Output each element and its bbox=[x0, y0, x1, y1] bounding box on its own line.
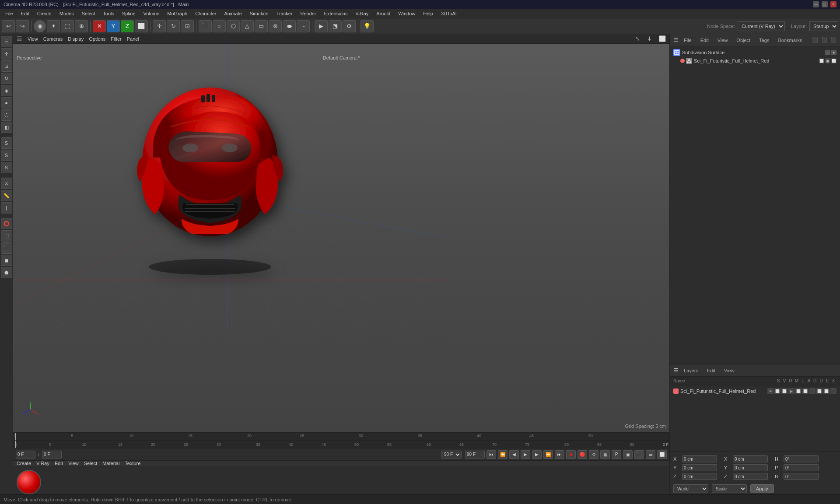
obj-icon-1[interactable]: ⬛ bbox=[812, 37, 818, 43]
menu-tracker[interactable]: Tracker bbox=[273, 10, 296, 17]
menu-3dtoall[interactable]: 3DToAll bbox=[438, 10, 461, 17]
left-btn-e[interactable]: ⬟ bbox=[1, 267, 12, 278]
tc-motion[interactable]: ▦ bbox=[600, 450, 610, 459]
tc-prev-frame[interactable]: ⏪ bbox=[498, 450, 508, 459]
obj-item-subdiv[interactable]: Subdivision Surface ✓ ● bbox=[672, 48, 838, 57]
frame-start-input[interactable] bbox=[42, 451, 62, 458]
obj-cone[interactable]: △ bbox=[241, 20, 254, 32]
tool-rotate[interactable]: ↻ bbox=[167, 20, 180, 32]
menu-render[interactable]: Render bbox=[297, 10, 320, 17]
layer-icon-g[interactable]: ⬛ bbox=[809, 388, 816, 394]
viewport-menu-options[interactable]: Options bbox=[89, 36, 105, 42]
layer-icon-l[interactable]: ⬜ bbox=[795, 388, 802, 394]
timeline-area[interactable]: 0 5 10 15 20 25 30 35 40 45 50 bbox=[13, 432, 669, 440]
mode-texture[interactable]: ⬚ bbox=[61, 20, 74, 32]
tc-key-all[interactable]: ⚙ bbox=[589, 450, 598, 459]
obj-tab-tags[interactable]: Tags bbox=[756, 37, 773, 44]
tc-pos[interactable]: P bbox=[612, 450, 621, 459]
tc-motion2[interactable]: ▣ bbox=[623, 450, 633, 459]
mat-menu-create[interactable]: Create bbox=[17, 461, 31, 466]
left-btn-sculpt[interactable]: S bbox=[1, 150, 12, 161]
rot-x-input[interactable] bbox=[733, 455, 768, 462]
menu-edit[interactable]: Edit bbox=[18, 10, 33, 17]
obj-hamburger[interactable]: ☰ bbox=[673, 37, 679, 43]
obj-cube[interactable]: ⬛ bbox=[199, 20, 212, 32]
menu-volume[interactable]: Volume bbox=[140, 10, 163, 17]
menu-mograph[interactable]: MoGraph bbox=[164, 10, 191, 17]
tc-first-frame[interactable]: ⏮ bbox=[486, 450, 496, 459]
left-btn-s3[interactable]: S bbox=[1, 162, 12, 173]
obj-badge-h3[interactable]: ⬜ bbox=[831, 58, 836, 63]
left-btn-select[interactable]: ☰ bbox=[1, 36, 12, 47]
obj-badge-h2[interactable]: ▣ bbox=[825, 58, 830, 63]
left-btn-rotate[interactable]: ↻ bbox=[1, 73, 12, 84]
maximize-btn[interactable]: □ bbox=[822, 1, 828, 7]
light-btn[interactable]: 💡 bbox=[360, 20, 374, 32]
scale-p-input[interactable] bbox=[784, 464, 819, 471]
scale-mode-select[interactable]: Scale bbox=[712, 484, 747, 493]
left-btn-brush[interactable]: S bbox=[1, 137, 12, 149]
obj-badge-h1[interactable]: ⬜ bbox=[819, 58, 824, 63]
apply-button[interactable]: Apply bbox=[750, 484, 774, 493]
layer-icon-r[interactable]: ⬜ bbox=[781, 388, 788, 394]
menu-arnold[interactable]: Arnold bbox=[373, 10, 394, 17]
layer-icon-e[interactable]: ⬜ bbox=[823, 388, 830, 394]
obj-icon-2[interactable]: ⬛ bbox=[821, 37, 827, 43]
obj-cylinder[interactable]: ⬡ bbox=[227, 20, 240, 32]
obj-badge-check[interactable]: ✓ bbox=[825, 50, 830, 55]
menu-tools[interactable]: Tools bbox=[99, 10, 118, 17]
mode-model[interactable]: ◉ bbox=[34, 20, 46, 32]
layer-icon-x[interactable]: ⬛ bbox=[830, 388, 836, 394]
pos-x-input[interactable] bbox=[682, 455, 717, 462]
rot-y-input[interactable] bbox=[733, 464, 768, 471]
obj-capsule[interactable]: ⬬ bbox=[283, 20, 296, 32]
viewport-icon-2[interactable]: ⬇ bbox=[647, 35, 652, 42]
mat-menu-texture[interactable]: Texture bbox=[125, 461, 140, 466]
render-btn[interactable]: ▶ bbox=[315, 20, 328, 32]
rot-z-input[interactable] bbox=[733, 473, 768, 480]
scale-b-input[interactable] bbox=[784, 473, 819, 480]
obj-icon-3[interactable]: ⬛ bbox=[830, 37, 836, 43]
viewport-menu-view[interactable]: View bbox=[28, 36, 38, 42]
menu-character[interactable]: Character bbox=[192, 10, 220, 17]
fps-select[interactable]: 90 F 60 F 30 F bbox=[441, 451, 462, 458]
left-btn-b[interactable]: ⬚ bbox=[1, 230, 12, 242]
viewport-menu-panel[interactable]: Panel bbox=[127, 36, 139, 42]
layer-icon-d[interactable]: ⬜ bbox=[816, 388, 822, 394]
left-btn-measure[interactable]: 📏 bbox=[1, 190, 12, 201]
select-z[interactable]: Z bbox=[121, 20, 134, 32]
menu-simulate[interactable]: Simulate bbox=[246, 10, 272, 17]
layer-icon-eye[interactable]: 👁 bbox=[767, 388, 774, 394]
timeline-playhead[interactable] bbox=[15, 433, 16, 440]
tc-extra2[interactable]: ☰ bbox=[646, 450, 655, 459]
frame-end-input[interactable] bbox=[465, 451, 485, 458]
tc-step-fwd[interactable]: ▶ bbox=[532, 450, 542, 459]
tc-auto-key[interactable]: 🔴 bbox=[578, 450, 587, 459]
viewport-icon-3[interactable]: ⬜ bbox=[659, 35, 666, 42]
timeline-full[interactable]: 0 5 10 15 20 25 30 35 40 45 50 55 60 65 … bbox=[13, 440, 669, 448]
obj-sphere[interactable]: ○ bbox=[213, 20, 226, 32]
select-y[interactable]: Y bbox=[107, 20, 120, 32]
pos-z-input[interactable] bbox=[682, 473, 717, 480]
menu-spline[interactable]: Spline bbox=[119, 10, 139, 17]
minimize-btn[interactable]: — bbox=[813, 1, 819, 7]
obj-plane[interactable]: ▭ bbox=[255, 20, 268, 32]
pos-y-input[interactable] bbox=[682, 464, 717, 471]
viewport[interactable]: ☰ View Cameras Display Options Filter Pa… bbox=[13, 34, 669, 432]
obj-tab-object[interactable]: Object bbox=[733, 37, 754, 44]
tc-record[interactable]: ⏺ bbox=[566, 450, 576, 459]
viewport-menu-filter[interactable]: Filter bbox=[111, 36, 121, 42]
tool-move[interactable]: ✛ bbox=[153, 20, 166, 32]
menu-help[interactable]: Help bbox=[420, 10, 437, 17]
left-btn-scale[interactable]: ⊡ bbox=[1, 60, 12, 72]
layer-icon-a[interactable]: ⬜ bbox=[802, 388, 808, 394]
menu-animate[interactable]: Animate bbox=[220, 10, 245, 17]
material-thumbnail[interactable] bbox=[17, 470, 41, 494]
mat-menu-vray[interactable]: V-Ray bbox=[36, 461, 49, 466]
viewport-hamburger[interactable]: ☰ bbox=[17, 35, 22, 42]
layer-icon-cam[interactable]: ⬜ bbox=[774, 388, 780, 394]
menu-modes[interactable]: Modes bbox=[56, 10, 77, 17]
redo-btn[interactable]: ↪ bbox=[16, 20, 29, 32]
viewport-content[interactable]: Perspective Default Camera:* Grid Spacin… bbox=[13, 44, 669, 432]
layers-tab-edit[interactable]: Edit bbox=[704, 367, 719, 374]
